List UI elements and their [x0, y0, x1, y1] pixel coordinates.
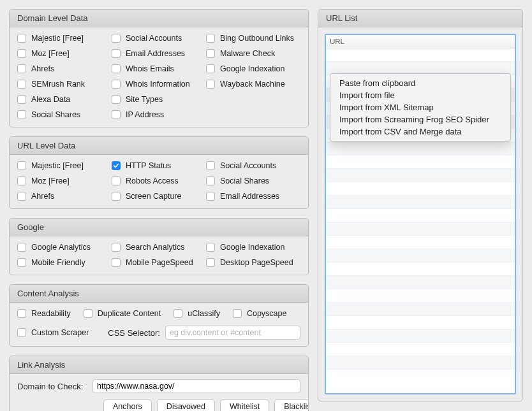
checkbox[interactable]: [206, 243, 215, 252]
option-row: Social Shares: [206, 175, 300, 187]
option-label: Wayback Machine: [220, 80, 285, 89]
checkbox[interactable]: [17, 95, 26, 104]
link-analysis-title: Link Analysis: [10, 356, 308, 374]
checkbox[interactable]: [17, 243, 26, 252]
option-row: Social Accounts: [206, 160, 300, 171]
url-list-row[interactable]: [326, 249, 515, 263]
url-listbox[interactable]: URL Paste from clipboardImport from file…: [325, 34, 516, 394]
checkbox[interactable]: [17, 309, 26, 318]
checkbox[interactable]: [17, 258, 26, 267]
whitelist-button[interactable]: Whitelist: [220, 400, 269, 411]
checkbox[interactable]: [17, 80, 26, 89]
url-list-row[interactable]: [326, 316, 515, 329]
checkbox[interactable]: [174, 309, 182, 318]
checkbox[interactable]: [17, 34, 26, 43]
context-menu-item[interactable]: Import from Screaming Frog SEO Spider: [330, 113, 510, 126]
checkbox[interactable]: [17, 64, 26, 73]
domain-to-check-label: Domain to Check:: [17, 382, 87, 391]
option-row: Google Indexation: [206, 63, 300, 75]
url-list-row[interactable]: [326, 142, 515, 155]
css-selector-input[interactable]: [165, 326, 300, 340]
option-label: Copyscape: [247, 309, 287, 318]
url-level-panel: URL Level Data Majestic [Free]Moz [Free]…: [9, 136, 309, 209]
option-label: Site Types: [126, 95, 163, 104]
checkbox[interactable]: [112, 34, 121, 43]
checkbox[interactable]: [112, 258, 121, 267]
checkbox[interactable]: [17, 110, 26, 119]
option-label: Readability: [31, 309, 71, 318]
checkbox[interactable]: [206, 161, 215, 170]
url-list-row[interactable]: [326, 169, 515, 182]
url-list-row[interactable]: [326, 48, 515, 62]
checkbox[interactable]: [112, 161, 121, 170]
blacklist-button[interactable]: Blacklist: [274, 400, 309, 411]
options-column: Google IndexationDesktop PageSpeed: [206, 242, 300, 268]
url-list-row[interactable]: [326, 276, 515, 289]
checkbox[interactable]: [206, 80, 215, 89]
option-row: Copyscape: [233, 308, 287, 319]
option-label: Email Addresses: [220, 192, 279, 201]
url-list-row[interactable]: [326, 343, 515, 356]
option-row: IP Address: [112, 109, 206, 120]
checkbox[interactable]: [112, 80, 121, 89]
checkbox[interactable]: [112, 49, 121, 58]
checkbox[interactable]: [17, 177, 26, 185]
context-menu-item[interactable]: Import from CSV and Merge data: [330, 126, 510, 138]
option-label: Malware Check: [220, 49, 275, 58]
checkbox[interactable]: [112, 95, 121, 104]
url-list-row[interactable]: [326, 303, 515, 316]
checkbox[interactable]: [112, 192, 121, 201]
option-row: Google Indexation: [206, 242, 300, 253]
anchors-button[interactable]: Anchors: [103, 400, 152, 411]
app-window: Domain Level Data Majestic [Free]Moz [Fr…: [0, 0, 532, 411]
option-row: Google Analytics: [17, 242, 112, 253]
checkbox[interactable]: [233, 309, 242, 318]
url-list-column-header[interactable]: URL: [326, 35, 515, 48]
url-list-row[interactable]: [326, 356, 515, 370]
custom-scraper-checkbox[interactable]: [17, 328, 26, 337]
checkbox[interactable]: [17, 161, 26, 170]
option-row: Social Shares: [17, 109, 112, 120]
option-row: Email Addresses: [112, 48, 206, 59]
checkbox[interactable]: [112, 64, 121, 73]
checkbox[interactable]: [84, 309, 92, 318]
disavowed-button[interactable]: Disavowed: [157, 400, 215, 411]
url-list-row[interactable]: [326, 182, 515, 196]
url-list-row[interactable]: [326, 236, 515, 249]
checkbox[interactable]: [206, 49, 215, 58]
option-row: Mobile PageSpeed: [112, 257, 206, 268]
checkbox[interactable]: [112, 243, 121, 252]
url-list-row[interactable]: [326, 329, 515, 343]
domain-to-check-input[interactable]: [92, 379, 300, 393]
options-column: Bing Outbound LinksMalware CheckGoogle I…: [206, 32, 300, 120]
link-analysis-buttons: AnchorsDisavowedWhitelistBlacklist: [103, 400, 300, 411]
options-column: HTTP StatusRobots AccessScreen Capture: [112, 160, 206, 202]
option-row: HTTP Status: [112, 160, 206, 171]
checkbox[interactable]: [206, 177, 215, 185]
checkbox[interactable]: [17, 49, 26, 58]
url-list-row[interactable]: [326, 289, 515, 303]
option-row: Social Accounts: [112, 32, 206, 44]
checkbox[interactable]: [206, 258, 215, 267]
checkbox[interactable]: [17, 192, 26, 201]
options-column: Search AnalyticsMobile PageSpeed: [112, 242, 206, 268]
checkbox[interactable]: [206, 34, 215, 43]
content-analysis-options: ReadabilityDuplicate ContentuClassifyCop…: [17, 308, 300, 319]
option-label: Moz [Free]: [31, 49, 70, 58]
checkbox[interactable]: [206, 192, 215, 201]
checkbox[interactable]: [112, 110, 121, 119]
option-label: Social Accounts: [126, 34, 182, 43]
url-list-row[interactable]: [326, 222, 515, 236]
context-menu-item[interactable]: Import from XML Sitemap: [330, 101, 510, 113]
checkbox[interactable]: [112, 177, 121, 185]
url-list-row[interactable]: [326, 155, 515, 169]
context-menu-item[interactable]: Import from file: [330, 89, 510, 101]
url-list-row[interactable]: [326, 196, 515, 209]
option-row: Malware Check: [206, 48, 300, 59]
checkbox[interactable]: [206, 64, 215, 73]
google-title: Google: [10, 219, 308, 236]
context-menu-item[interactable]: Paste from clipboard: [330, 77, 510, 89]
url-list-row[interactable]: [326, 263, 515, 276]
option-row: Search Analytics: [112, 242, 206, 253]
url-list-row[interactable]: [326, 209, 515, 222]
